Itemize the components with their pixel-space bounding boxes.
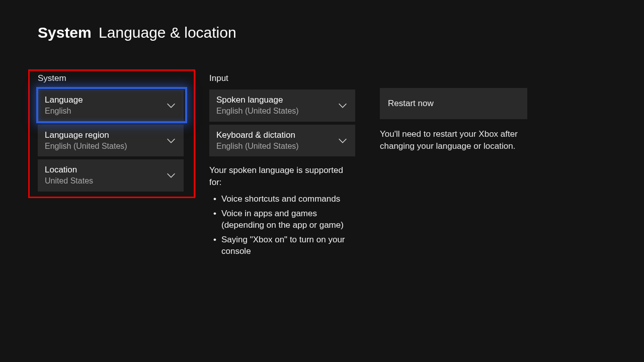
- restart-note: You'll need to restart your Xbox after c…: [380, 128, 527, 152]
- language-region-dropdown-value: English (United States): [45, 141, 159, 152]
- spoken-language-dropdown-value: English (United States): [216, 106, 331, 117]
- action-column: Restart now You'll need to restart your …: [380, 73, 527, 152]
- keyboard-dictation-dropdown[interactable]: Keyboard & dictation English (United Sta…: [209, 125, 355, 157]
- system-column: System Language English Language region …: [38, 73, 184, 195]
- settings-language-location-page: System Language & location System Langua…: [0, 0, 644, 362]
- input-column: Input Spoken language English (United St…: [209, 73, 355, 260]
- language-region-dropdown-title: Language region: [45, 130, 159, 141]
- page-header: System Language & location: [38, 24, 236, 41]
- language-region-dropdown[interactable]: Language region English (United States): [38, 125, 184, 157]
- chevron-down-icon: [166, 135, 177, 146]
- list-item: Voice in apps and games (depending on th…: [209, 208, 355, 231]
- location-dropdown-value: United States: [45, 175, 159, 187]
- keyboard-dictation-dropdown-title: Keyboard & dictation: [216, 130, 331, 141]
- input-section-label: Input: [209, 73, 355, 83]
- list-item: Saying "Xbox on" to turn on your console: [209, 234, 355, 257]
- location-dropdown[interactable]: Location United States: [38, 159, 184, 192]
- spoken-support-text: Your spoken language is supported for:: [209, 164, 355, 189]
- restart-now-button[interactable]: Restart now: [380, 88, 527, 119]
- restart-now-label: Restart now: [388, 99, 434, 109]
- chevron-down-icon: [337, 135, 348, 146]
- list-item: Voice shortcuts and commands: [209, 194, 355, 205]
- language-dropdown-value: English: [45, 106, 159, 117]
- chevron-down-icon: [337, 100, 348, 111]
- spoken-support-bullets: Voice shortcuts and commands Voice in ap…: [209, 194, 355, 257]
- location-dropdown-title: Location: [45, 164, 159, 175]
- system-section-label: System: [38, 73, 184, 83]
- language-dropdown[interactable]: Language English: [38, 89, 184, 122]
- chevron-down-icon: [166, 100, 177, 111]
- keyboard-dictation-dropdown-value: English (United States): [216, 141, 331, 152]
- spoken-language-dropdown[interactable]: Spoken language English (United States): [209, 89, 355, 122]
- spoken-language-dropdown-title: Spoken language: [216, 95, 331, 106]
- chevron-down-icon: [166, 170, 177, 181]
- language-dropdown-title: Language: [45, 95, 159, 106]
- page-title: Language & location: [99, 24, 236, 41]
- header-category: System: [38, 24, 92, 41]
